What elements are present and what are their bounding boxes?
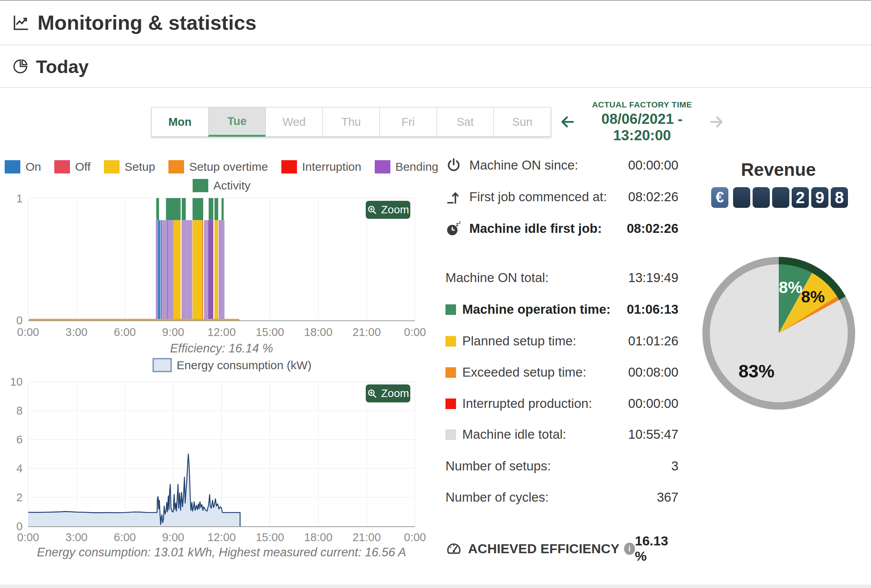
revenue-digit-tile (753, 187, 770, 208)
svg-text:0: 0 (16, 520, 23, 533)
legend-item-setup-overtime: Setup overtime (168, 160, 268, 173)
svg-text:3:00: 3:00 (66, 326, 88, 338)
svg-text:6:00: 6:00 (114, 326, 136, 338)
legend-label: Bending (395, 160, 438, 173)
activity-chart-zoom-button[interactable]: Zoom (366, 201, 410, 219)
revenue-digit-tile: 9 (811, 187, 828, 208)
svg-text:2: 2 (16, 491, 23, 504)
svg-text:21:00: 21:00 (352, 531, 381, 543)
stat-value: 01:06:13 (627, 302, 678, 317)
stat-value: 13:19:49 (628, 270, 678, 285)
day-tab-sun[interactable]: Sun (494, 107, 551, 137)
stat-idle-total: Machine idle total: 10:55:47 (445, 424, 678, 445)
stat-first-job: First job commenced at: 08:02:26 (445, 186, 678, 208)
monitoring-dashboard: Monitoring & statistics Today Mon Tue We… (0, 0, 871, 588)
activity-legend-row1: On Off Setup Setup overtime Interruption… (0, 160, 443, 173)
svg-text:12:00: 12:00 (207, 326, 236, 338)
first-job-icon (445, 188, 463, 206)
day-tab-thu[interactable]: Thu (322, 107, 380, 137)
zoom-button-label: Zoom (381, 204, 409, 216)
section-header: Today (0, 45, 871, 88)
magnifier-plus-icon (367, 388, 377, 399)
day-tab-tue[interactable]: Tue (208, 107, 266, 137)
stat-machine-on-since: Machine ON since: 00:00:00 (445, 154, 678, 176)
energy-chart-zoom-button[interactable]: Zoom (366, 384, 410, 402)
stat-machine-on-total: Machine ON total: 13:19:49 (445, 267, 678, 289)
stat-label: Machine ON total: (445, 270, 549, 285)
revenue-digit-tile: 2 (792, 187, 809, 208)
stat-label: Machine idle first job: (469, 221, 602, 236)
factory-time-value: 08/06/2021 - 13:20:00 (576, 111, 708, 144)
stat-number-of-setups: Number of setups: 3 (445, 455, 678, 477)
svg-text:0: 0 (16, 314, 23, 327)
stat-label: Machine operation time: (462, 302, 611, 317)
svg-text:z: z (456, 221, 459, 227)
stat-exceeded-setup: Exceeded setup time: 00:08:00 (445, 361, 678, 383)
stat-value: 08:02:26 (627, 221, 678, 236)
factory-time: ACTUAL FACTORY TIME 08/06/2021 - 13:20:0… (576, 100, 708, 144)
svg-text:z: z (459, 220, 461, 225)
svg-text:9:00: 9:00 (162, 326, 184, 338)
line-chart-icon (12, 13, 30, 32)
stat-operation-time: Machine operation time: 01:06:13 (445, 298, 678, 320)
stat-label: Exceeded setup time: (462, 365, 586, 380)
svg-text:12:00: 12:00 (207, 531, 236, 543)
pie-chart-icon (12, 58, 29, 75)
achieved-efficiency-label: ACHIEVED EFFICIENCY (468, 541, 619, 556)
day-tab-wed[interactable]: Wed (265, 107, 323, 137)
factory-time-label: ACTUAL FACTORY TIME (576, 100, 708, 109)
stat-number-of-cycles: Number of cycles: 367 (445, 486, 678, 508)
next-day-arrow-icon[interactable] (708, 113, 726, 131)
svg-text:3:00: 3:00 (66, 531, 88, 543)
bending-swatch (375, 160, 390, 173)
revenue-digit-tile: 8 (831, 187, 848, 208)
section-title: Today (36, 56, 89, 77)
stat-label: First job commenced at: (469, 189, 607, 204)
interrupted-swatch (445, 399, 456, 409)
svg-text:8: 8 (16, 404, 23, 417)
stat-idle-first-job: zz Machine idle first job: 08:02:26 (445, 218, 678, 239)
svg-text:10: 10 (10, 375, 23, 388)
power-icon (445, 156, 463, 174)
achieved-efficiency-row: ACHIEVED EFFICIENCY i 16.13 % (445, 537, 678, 560)
planned-setup-swatch (445, 336, 456, 347)
revenue-counter: € 2 9 8 (711, 187, 848, 208)
stat-label: Planned setup time: (462, 334, 576, 349)
stat-label: Machine ON since: (469, 158, 578, 173)
page-title: Monitoring & statistics (38, 11, 256, 34)
revenue-digit-tile (772, 187, 789, 208)
setup-overtime-swatch (168, 160, 184, 173)
stat-value: 367 (657, 490, 678, 505)
legend-label: Setup (125, 160, 155, 173)
zoom-button-label: Zoom (381, 387, 409, 400)
stat-value: 3 (671, 459, 678, 474)
stat-label: Number of cycles: (445, 490, 549, 505)
day-tab-sat[interactable]: Sat (436, 107, 494, 137)
day-tab-fri[interactable]: Fri (379, 107, 437, 137)
interruption-swatch (281, 160, 297, 173)
stat-label: Interrupted production: (462, 396, 592, 411)
svg-text:6: 6 (16, 433, 23, 446)
revenue-digit-tile (733, 187, 750, 208)
operation-time-swatch (445, 304, 456, 315)
stat-value: 00:00:00 (628, 158, 678, 173)
day-tab-mon[interactable]: Mon (151, 107, 209, 137)
legend-label: Off (75, 160, 90, 173)
stat-interrupted: Interrupted production: 00:00:00 (445, 393, 678, 415)
legend-item-on: On (5, 160, 41, 173)
info-icon[interactable]: i (624, 543, 635, 555)
factory-time-block: ACTUAL FACTORY TIME 08/06/2021 - 13:20:0… (558, 105, 726, 138)
svg-text:0:00: 0:00 (404, 531, 426, 543)
legend-item-setup: Setup (104, 160, 155, 173)
svg-text:1: 1 (16, 192, 23, 205)
previous-day-arrow-icon[interactable] (558, 113, 576, 131)
legend-item-bending: Bending (375, 160, 438, 173)
svg-text:Efficiency: 16.14 %: Efficiency: 16.14 % (170, 341, 273, 355)
page-bottom-strip (0, 584, 871, 588)
stat-value: 00:08:00 (628, 365, 678, 380)
svg-text:4: 4 (16, 462, 23, 475)
svg-text:6:00: 6:00 (114, 531, 136, 543)
legend-item-off: Off (54, 160, 90, 173)
exceeded-setup-swatch (445, 367, 456, 378)
stat-value: 01:01:26 (628, 334, 678, 349)
